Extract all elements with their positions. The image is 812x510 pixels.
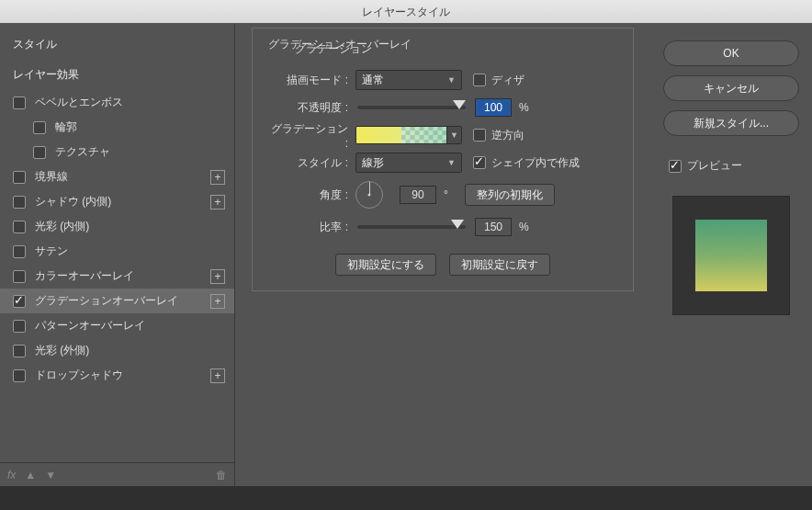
opacity-unit: % — [519, 101, 529, 114]
add-effect-icon[interactable]: + — [210, 170, 225, 185]
chevron-down-icon: ▼ — [447, 75, 456, 85]
style-row: スタイル : 線形 ▼ シェイプ内で作成 — [267, 149, 618, 176]
chevron-down-icon: ▼ — [447, 158, 456, 167]
opacity-row: 不透明度 : 100 % — [267, 94, 618, 121]
dither-checkbox[interactable] — [473, 74, 486, 86]
style-item-label: 輪郭 — [55, 119, 225, 135]
style-item-7[interactable]: カラーオーバーレイ+ — [0, 264, 234, 289]
opacity-slider[interactable] — [357, 106, 466, 109]
angle-dial[interactable] — [355, 181, 383, 209]
style-item-0[interactable]: ベベルとエンボス — [0, 90, 234, 115]
gradient-fieldset: グラデーション 描画モード : 通常 ▼ ディザ 不透明度 : 100 % — [252, 28, 634, 291]
reverse-checkbox[interactable] — [473, 129, 486, 142]
styles-header[interactable]: スタイル — [0, 29, 234, 60]
angle-row: 角度 : 90 ° 整列の初期化 — [267, 176, 618, 213]
gradient-row: グラデーション : ▼ 逆方向 — [267, 121, 618, 149]
actions-panel: OK キャンセル 新規スタイル... プレビュー — [650, 24, 812, 486]
group-subtitle: グラデーション — [295, 41, 618, 57]
style-item-checkbox[interactable] — [13, 369, 26, 382]
preview-checkbox[interactable] — [669, 160, 682, 173]
preview-swatch — [695, 220, 767, 291]
ok-button[interactable]: OK — [663, 40, 799, 66]
style-item-8[interactable]: グラデーションオーバーレイ+ — [0, 289, 234, 313]
style-item-label: ベベルとエンボス — [35, 95, 225, 110]
style-item-checkbox[interactable] — [13, 171, 26, 184]
window-titlebar: レイヤースタイル — [0, 0, 812, 24]
style-item-4[interactable]: シャドウ (内側)+ — [0, 189, 234, 214]
opacity-slider-thumb[interactable] — [453, 100, 466, 109]
blend-mode-row: 描画モード : 通常 ▼ ディザ — [267, 66, 618, 94]
dither-label: ディザ — [491, 73, 524, 88]
style-item-checkbox[interactable] — [13, 320, 26, 333]
scale-slider[interactable] — [357, 225, 466, 229]
style-item-label: 光彩 (内側) — [35, 219, 225, 234]
style-item-6[interactable]: サテン — [0, 239, 234, 264]
add-effect-icon[interactable]: + — [210, 294, 225, 309]
options-panel: グラデーションオーバーレイ グラデーション 描画モード : 通常 ▼ ディザ 不… — [235, 24, 650, 486]
defaults-row: 初期設定にする 初期設定に戻す — [267, 254, 618, 276]
shape-align-label: シェイプ内で作成 — [491, 155, 580, 171]
scale-label: 比率 : — [267, 220, 355, 235]
add-effect-icon[interactable]: + — [210, 269, 225, 284]
new-style-button[interactable]: 新規スタイル... — [663, 110, 799, 136]
style-item-1[interactable]: 輪郭 — [0, 115, 234, 140]
preview-label: プレビュー — [687, 158, 742, 174]
fx-icon[interactable]: fx — [7, 469, 16, 482]
effects-header[interactable]: レイヤー効果 — [0, 60, 234, 90]
arrow-down-icon[interactable]: ▼ — [45, 469, 56, 482]
arrow-up-icon[interactable]: ▲ — [25, 469, 36, 482]
styles-list: スタイル レイヤー効果 ベベルとエンボス輪郭テクスチャ境界線+シャドウ (内側)… — [0, 24, 234, 462]
add-effect-icon[interactable]: + — [210, 368, 225, 383]
style-item-checkbox[interactable] — [33, 146, 46, 159]
blend-mode-value: 通常 — [362, 73, 384, 88]
style-item-label: パターンオーバーレイ — [35, 318, 225, 334]
style-item-label: カラーオーバーレイ — [35, 268, 207, 284]
styles-footer: fx ▲ ▼ 🗑 — [0, 462, 234, 486]
angle-unit: ° — [444, 188, 448, 201]
style-item-label: テクスチャ — [55, 144, 225, 160]
style-item-label: グラデーションオーバーレイ — [35, 293, 207, 309]
style-item-10[interactable]: 光彩 (外側) — [0, 338, 234, 363]
preview-row: プレビュー — [663, 158, 799, 174]
style-item-9[interactable]: パターンオーバーレイ — [0, 313, 234, 338]
cancel-button[interactable]: キャンセル — [663, 75, 799, 101]
chevron-down-icon[interactable]: ▼ — [446, 127, 461, 143]
angle-input[interactable]: 90 — [400, 186, 436, 204]
style-item-checkbox[interactable] — [13, 270, 26, 283]
scale-input[interactable]: 150 — [475, 218, 512, 236]
scale-row: 比率 : 150 % — [267, 213, 618, 241]
scale-slider-thumb[interactable] — [451, 220, 464, 229]
style-item-checkbox[interactable] — [13, 245, 26, 258]
style-item-5[interactable]: 光彩 (内側) — [0, 214, 234, 239]
styles-panel: スタイル レイヤー効果 ベベルとエンボス輪郭テクスチャ境界線+シャドウ (内側)… — [0, 24, 235, 486]
add-effect-icon[interactable]: + — [210, 195, 225, 210]
style-item-11[interactable]: ドロップシャドウ+ — [0, 363, 234, 388]
scale-unit: % — [519, 221, 529, 233]
style-item-label: サテン — [35, 244, 225, 259]
blend-mode-select[interactable]: 通常 ▼ — [355, 70, 462, 90]
reverse-label: 逆方向 — [491, 128, 524, 143]
style-item-2[interactable]: テクスチャ — [0, 140, 234, 164]
style-item-checkbox[interactable] — [33, 121, 46, 134]
trash-icon[interactable]: 🗑 — [216, 469, 227, 482]
gradient-picker[interactable]: ▼ — [355, 126, 462, 144]
blend-mode-label: 描画モード : — [267, 73, 355, 88]
style-item-label: ドロップシャドウ — [35, 368, 207, 383]
style-value: 線形 — [362, 155, 384, 171]
opacity-input[interactable]: 100 — [475, 98, 512, 117]
style-select[interactable]: 線形 ▼ — [355, 153, 462, 173]
opacity-label: 不透明度 : — [267, 100, 355, 116]
style-item-checkbox[interactable] — [13, 221, 26, 233]
make-default-button[interactable]: 初期設定にする — [335, 254, 436, 276]
gradient-label: グラデーション : — [267, 121, 355, 150]
style-item-3[interactable]: 境界線+ — [0, 164, 234, 189]
reset-default-button[interactable]: 初期設定に戻す — [449, 254, 550, 276]
style-item-checkbox[interactable] — [13, 345, 26, 357]
style-item-checkbox[interactable] — [13, 96, 26, 109]
style-item-checkbox[interactable] — [13, 196, 26, 209]
angle-label: 角度 : — [267, 187, 355, 203]
style-item-label: 境界線 — [35, 169, 207, 185]
shape-align-checkbox[interactable] — [473, 156, 486, 169]
style-item-checkbox[interactable] — [13, 295, 26, 308]
align-reset-button[interactable]: 整列の初期化 — [465, 184, 555, 206]
